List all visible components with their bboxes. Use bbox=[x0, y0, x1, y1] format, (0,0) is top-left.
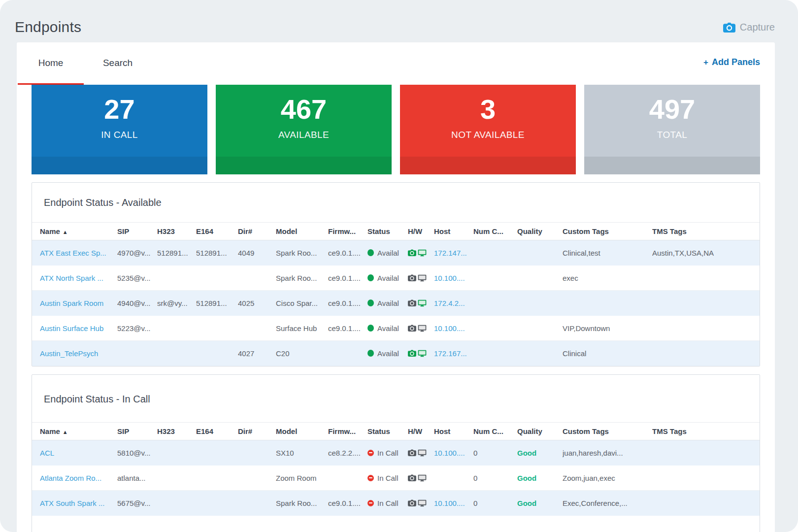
name-cell: ACL bbox=[40, 449, 117, 457]
host-cell: 10.100.... bbox=[434, 499, 473, 507]
hw-cell bbox=[408, 249, 434, 257]
stat-value: 3 bbox=[400, 94, 576, 125]
column-header-e164[interactable]: E164 bbox=[196, 227, 238, 235]
custom-tags-cell: Exec,Conference,... bbox=[563, 499, 652, 507]
column-header-dir[interactable]: Dir# bbox=[238, 427, 276, 435]
name-cell: Austin Surface Hub bbox=[40, 324, 117, 332]
column-header-tms-tags[interactable]: TMS Tags bbox=[652, 427, 760, 435]
column-header-model[interactable]: Model bbox=[276, 427, 328, 435]
column-header-h323[interactable]: H323 bbox=[157, 227, 196, 235]
camera-icon bbox=[408, 274, 416, 281]
column-header-tms-tags[interactable]: TMS Tags bbox=[652, 227, 760, 235]
camera-icon bbox=[408, 449, 416, 456]
hw-cell bbox=[408, 299, 434, 307]
table-header: Name▲SIPH323E164Dir#ModelFirmw...StatusH… bbox=[32, 222, 760, 240]
monitor-icon bbox=[418, 299, 427, 307]
hw-cell bbox=[408, 499, 434, 507]
host-link[interactable]: 10.100.... bbox=[434, 324, 465, 332]
model-cell: Spark Roo... bbox=[276, 274, 328, 282]
tab-search[interactable]: Search bbox=[85, 42, 151, 85]
endpoint-name-link[interactable]: Austin Spark Room bbox=[40, 299, 103, 307]
column-header-num-calls[interactable]: Num C... bbox=[473, 227, 517, 235]
column-header-custom-tags[interactable]: Custom Tags bbox=[563, 427, 652, 435]
column-header-sip[interactable]: SIP bbox=[117, 227, 157, 235]
dir-cell: 4025 bbox=[238, 299, 276, 307]
tab-search-label: Search bbox=[103, 58, 133, 68]
host-link[interactable]: 172.4.2... bbox=[434, 299, 465, 307]
camera-icon bbox=[408, 325, 416, 332]
endpoint-name-link[interactable]: ATX East Exec Sp... bbox=[40, 249, 106, 257]
e164-cell: 512891... bbox=[196, 249, 238, 257]
stat-card-total[interactable]: 497 TOTAL bbox=[584, 85, 760, 174]
hw-cell bbox=[408, 449, 434, 457]
page-title: Endpoints bbox=[15, 19, 81, 35]
endpoint-name-link[interactable]: Austin Surface Hub bbox=[40, 324, 103, 332]
host-link[interactable]: 10.100.... bbox=[434, 499, 465, 507]
monitor-icon bbox=[418, 499, 427, 507]
endpoint-name-link[interactable]: ACL bbox=[40, 449, 54, 457]
name-cell: Atlanta Zoom Ro... bbox=[40, 474, 117, 482]
monitor-icon bbox=[418, 474, 427, 482]
status-cell: Availal bbox=[367, 249, 408, 257]
host-link[interactable]: 10.100.... bbox=[434, 449, 465, 457]
host-link[interactable]: 172.147... bbox=[434, 249, 467, 257]
custom-tags-cell: Zoom,juan,exec bbox=[563, 474, 652, 482]
stat-card-not-available[interactable]: 3 NOT AVAILABLE bbox=[400, 85, 576, 174]
host-link[interactable]: 172.167... bbox=[434, 349, 467, 358]
column-header-quality[interactable]: Quality bbox=[517, 427, 563, 435]
column-header-num-calls[interactable]: Num C... bbox=[473, 427, 517, 435]
status-in-call-icon bbox=[367, 450, 374, 456]
capture-button[interactable]: Capture bbox=[723, 22, 775, 33]
model-cell: SX10 bbox=[276, 449, 328, 457]
endpoint-name-link[interactable]: Atlanta Zoom Ro... bbox=[40, 474, 101, 482]
column-header-quality[interactable]: Quality bbox=[517, 227, 563, 235]
column-header-name[interactable]: Name▲ bbox=[40, 427, 117, 435]
endpoint-name-link[interactable]: ATX North Spark ... bbox=[40, 274, 103, 282]
stat-card-available[interactable]: 467 AVAILABLE bbox=[216, 85, 392, 174]
column-header-host[interactable]: Host bbox=[434, 427, 473, 435]
column-header-status[interactable]: Status bbox=[367, 227, 408, 235]
host-link[interactable]: 10.100.... bbox=[434, 274, 465, 282]
status-cell: Availal bbox=[367, 299, 408, 307]
stat-label: AVAILABLE bbox=[216, 130, 392, 140]
column-header-status[interactable]: Status bbox=[367, 427, 408, 435]
endpoint-name-link[interactable]: ATX South Spark ... bbox=[40, 499, 104, 507]
column-header-name[interactable]: Name▲ bbox=[40, 227, 117, 235]
endpoint-name-link[interactable]: Austin_TelePsych bbox=[40, 349, 98, 358]
column-header-h323[interactable]: H323 bbox=[157, 427, 196, 435]
column-header-hw[interactable]: H/W bbox=[408, 227, 434, 235]
model-cell: Zoom Room bbox=[276, 474, 328, 482]
stat-label: TOTAL bbox=[584, 130, 760, 140]
add-panels-button[interactable]: + Add Panels bbox=[703, 57, 760, 67]
column-header-firmware[interactable]: Firmw... bbox=[328, 427, 367, 435]
column-header-e164[interactable]: E164 bbox=[196, 427, 238, 435]
dir-cell: 4027 bbox=[238, 349, 276, 358]
model-cell: Spark Roo... bbox=[276, 249, 328, 257]
stat-card-in-call[interactable]: 27 IN CALL bbox=[32, 85, 207, 174]
tab-home[interactable]: Home bbox=[18, 42, 84, 85]
column-header-host[interactable]: Host bbox=[434, 227, 473, 235]
custom-tags-cell: Clinical,test bbox=[563, 249, 652, 257]
column-header-dir[interactable]: Dir# bbox=[238, 227, 276, 235]
column-header-sip[interactable]: SIP bbox=[117, 427, 157, 435]
status-cell: In Call bbox=[367, 499, 408, 507]
num-calls-cell: 0 bbox=[473, 474, 517, 482]
sip-cell: 5675@v... bbox=[117, 499, 157, 507]
name-cell: Austin Spark Room bbox=[40, 299, 117, 307]
host-cell: 10.100.... bbox=[434, 274, 473, 282]
column-header-firmware[interactable]: Firmw... bbox=[328, 227, 367, 235]
custom-tags-cell: exec bbox=[563, 274, 652, 282]
monitor-icon bbox=[418, 449, 427, 457]
firmware-cell: ce8.2.2.... bbox=[328, 449, 367, 457]
table-row: Austin_TelePsych4027C20Availal172.167...… bbox=[32, 341, 760, 366]
status-available-icon bbox=[367, 249, 374, 256]
status-cell: Availal bbox=[367, 274, 408, 282]
column-header-model[interactable]: Model bbox=[276, 227, 328, 235]
monitor-icon bbox=[418, 350, 427, 357]
stat-cards: 27 IN CALL 467 AVAILABLE 3 NOT AVAILABLE… bbox=[32, 85, 760, 174]
firmware-cell: ce9.0.1.... bbox=[328, 249, 367, 257]
column-header-hw[interactable]: H/W bbox=[408, 427, 434, 435]
quality-cell: Good bbox=[517, 474, 563, 482]
camera-icon bbox=[408, 499, 416, 506]
column-header-custom-tags[interactable]: Custom Tags bbox=[563, 227, 652, 235]
